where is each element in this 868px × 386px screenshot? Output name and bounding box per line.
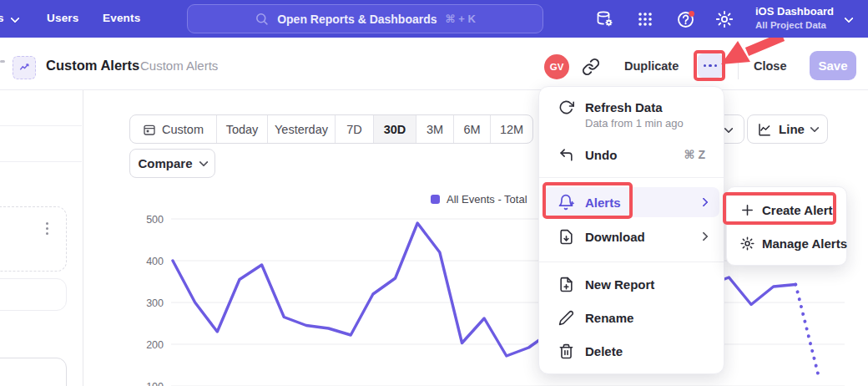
save-button[interactable]: Save <box>810 51 856 80</box>
legend-item[interactable]: All Events - Total <box>431 193 527 206</box>
range-3m[interactable]: 3M <box>416 115 454 143</box>
undo-shortcut: ⌘ Z <box>684 148 705 161</box>
sidebar-panel <box>0 89 83 386</box>
divider <box>539 262 724 262</box>
top-navbar: s Users Events Open Reports & Dashboards… <box>0 0 868 38</box>
report-header: Custom Alerts Custom Alerts GV Duplicate… <box>0 38 868 90</box>
submenu-item-label: Manage Alerts <box>762 236 847 251</box>
refresh-icon <box>558 99 574 115</box>
trash-icon <box>558 343 574 359</box>
menu-item-undo[interactable]: Undo ⌘ Z <box>539 140 724 169</box>
range-12m[interactable]: 12M <box>491 115 532 143</box>
chart-type-button[interactable]: Line <box>747 114 828 144</box>
menu-item-label: Refresh Data <box>585 100 663 114</box>
submenu-item-create-alert[interactable]: Create Alert <box>727 196 846 224</box>
range-yesterday[interactable]: Yesterday <box>268 115 336 143</box>
divider <box>738 51 739 79</box>
menu-item-rename[interactable]: Rename <box>539 303 724 332</box>
line-chart-icon <box>757 122 772 137</box>
download-file-icon <box>558 228 574 245</box>
help-icon[interactable] <box>676 9 696 29</box>
pencil-icon <box>558 309 574 326</box>
close-button[interactable]: Close <box>754 59 787 73</box>
y-axis-tick-label: 300 <box>146 297 164 309</box>
chevron-down-icon <box>199 157 208 166</box>
range-label: 7D <box>346 123 362 136</box>
y-axis-tick-label: 400 <box>146 256 164 267</box>
undo-icon <box>558 146 574 163</box>
more-options-button[interactable] <box>698 53 723 78</box>
breadcrumb: Custom Alerts <box>140 58 218 73</box>
page-title: Custom Alerts <box>46 58 139 74</box>
y-axis-tick-label: 100 <box>146 381 164 386</box>
report-card[interactable] <box>0 206 67 272</box>
mini-line-chart-icon <box>18 62 30 74</box>
menu-item-label: Rename <box>585 311 633 325</box>
sidebar-list-row[interactable] <box>0 89 82 126</box>
apps-grid-icon[interactable] <box>635 9 655 29</box>
menu-item-new-report[interactable]: New Report <box>539 270 724 298</box>
chevron-down-icon <box>10 13 19 23</box>
range-6m[interactable]: 6M <box>454 115 491 143</box>
app-window: 500400300200100 All Events - Total Custo… <box>0 0 868 386</box>
collapse-tick <box>0 60 5 63</box>
range-label: Custom <box>162 123 204 136</box>
menu-item-delete[interactable]: Delete <box>539 337 724 365</box>
range-custom[interactable]: Custom <box>130 115 217 143</box>
search-icon <box>255 12 269 26</box>
report-card[interactable] <box>0 358 67 386</box>
divider <box>539 177 724 178</box>
report-type-icon <box>13 56 36 79</box>
plus-icon <box>739 201 755 218</box>
submenu-item-label: Create Alert <box>762 203 832 217</box>
menu-item-alerts[interactable]: Alerts <box>543 187 719 217</box>
range-7d[interactable]: 7D <box>336 115 374 143</box>
compare-button[interactable]: Compare <box>129 149 215 178</box>
alert-bell-plus-icon <box>558 194 574 211</box>
chart-line-dashed-projection <box>795 285 818 374</box>
duplicate-button[interactable]: Duplicate <box>624 59 679 73</box>
nav-item-partial[interactable]: s <box>0 12 4 24</box>
settings-icon[interactable] <box>714 9 734 29</box>
chart-type-label: Line <box>779 122 805 136</box>
search-placeholder: Open Reports & Dashboards <box>277 13 437 26</box>
submenu-item-manage-alerts[interactable]: Manage Alerts <box>727 229 846 257</box>
menu-item-refresh-data[interactable]: Refresh Data <box>539 94 724 119</box>
calendar-icon <box>143 123 156 136</box>
range-label: 6M <box>463 123 480 136</box>
date-range-control: Custom Today Yesterday 7D 30D 3M 6M 12M <box>129 114 533 144</box>
nav-item-events[interactable]: Events <box>103 12 140 24</box>
y-axis-tick-label: 200 <box>146 339 164 351</box>
range-today[interactable]: Today <box>217 115 268 143</box>
sidebar-list-row[interactable] <box>0 125 82 162</box>
data-management-icon[interactable] <box>595 9 615 29</box>
chevron-down-icon <box>810 123 819 132</box>
menu-item-label: Undo <box>585 148 617 162</box>
menu-item-label: Alerts <box>585 196 621 210</box>
menu-item-label: Download <box>585 230 645 244</box>
legend-label: All Events - Total <box>447 193 527 206</box>
chevron-right-icon <box>699 231 708 241</box>
chevron-down-icon <box>724 124 733 133</box>
y-axis-tick-label: 500 <box>146 214 164 226</box>
menu-item-label: Delete <box>585 344 623 358</box>
more-options-menu: Refresh Data Data from 1 min ago Undo ⌘ … <box>538 86 724 374</box>
nav-item-users[interactable]: Users <box>47 12 79 24</box>
report-card[interactable] <box>0 278 67 311</box>
copy-link-icon[interactable] <box>582 58 600 76</box>
range-label: Today <box>226 123 259 136</box>
menu-item-download[interactable]: Download <box>539 222 724 251</box>
chevron-down-icon <box>844 13 853 23</box>
search-input[interactable]: Open Reports & Dashboards ⌘ + K <box>187 4 543 33</box>
project-switcher-name[interactable]: iOS Dashboard <box>755 5 834 18</box>
card-kebab-menu-icon[interactable] <box>43 220 51 237</box>
legend-swatch <box>431 195 440 204</box>
avatar[interactable]: GV <box>544 54 569 79</box>
range-30d-selected[interactable]: 30D <box>374 115 416 143</box>
range-label: 12M <box>500 123 523 136</box>
compare-label: Compare <box>138 156 192 170</box>
range-label: 30D <box>384 123 406 136</box>
menu-item-label: New Report <box>585 277 654 292</box>
refresh-subtitle: Data from 1 min ago <box>585 117 684 130</box>
search-shortcut: ⌘ + K <box>446 13 476 25</box>
